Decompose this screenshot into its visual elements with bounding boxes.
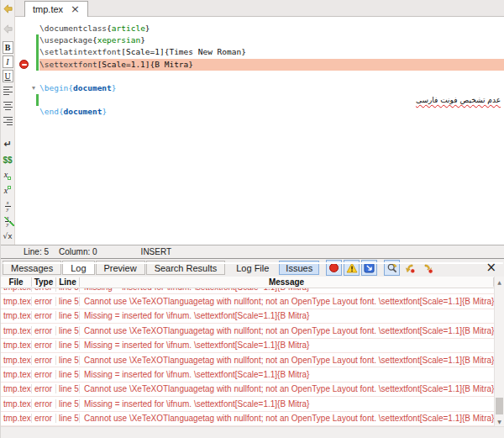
cell-message: Missing = inserted for \ifnum. \settextf… <box>80 399 494 409</box>
frac-button[interactable]: xy <box>2 199 14 213</box>
line-gutter <box>15 23 39 34</box>
log-table: File Type Line Message tmp.tex error lin… <box>1 277 504 426</box>
align-center-icon <box>3 102 13 110</box>
code-text: \begin{document} <box>39 82 504 94</box>
log-panel-tab-bar: Messages Log Preview Search Results Log … <box>1 258 504 277</box>
frac-icon: xy <box>5 201 11 212</box>
show-errors-toggle[interactable] <box>326 260 342 276</box>
code-line[interactable]: \setlatintextfont[Scale=1]{Times New Rom… <box>15 46 504 58</box>
cell-file: tmp.tex <box>1 414 32 423</box>
dfrac-button[interactable]: xy <box>2 214 14 228</box>
cell-file: tmp.tex <box>1 370 32 379</box>
code-line[interactable]: \settextfont[Scale=1.1]{B Mitra} <box>15 59 504 71</box>
tab-title: tmp.tex <box>33 4 63 14</box>
code-text: عدم تشخیص فونت فارسی <box>39 94 504 106</box>
log-error-row[interactable]: tmp.tex error line 5 Missing = inserted … <box>1 339 494 353</box>
subscript-button[interactable]: x <box>2 168 14 182</box>
fold-arrow-icon[interactable]: ▾ <box>32 82 35 94</box>
cell-type: error <box>32 326 56 335</box>
cell-line: line 5 <box>56 399 80 409</box>
code-text: \settextfont[Scale=1.1]{B Mitra} <box>39 59 504 71</box>
change-bar <box>36 34 39 46</box>
cell-file: tmp.tex <box>1 399 32 409</box>
log-error-row[interactable]: tmp.tex error line 5 Cannot use \XeTeXOT… <box>1 324 494 338</box>
sqrt-button[interactable]: √x <box>2 230 14 243</box>
scroll-thumb[interactable] <box>496 398 503 414</box>
log-error-row[interactable]: tmp.tex error line 5 Cannot use \XeTeXOT… <box>1 353 494 367</box>
gold-left-arrow-icon <box>3 3 13 14</box>
cell-line: line 5 <box>56 311 80 320</box>
header-type: Type <box>32 277 56 287</box>
cell-message: Missing = inserted for \ifnum. \settextf… <box>80 370 494 379</box>
log-error-row[interactable]: tmp.tex error line 5 Missing = inserted … <box>1 288 494 294</box>
log-scrollbar[interactable]: ▲ ▼ <box>494 277 504 426</box>
change-bar <box>36 46 39 58</box>
cell-type: error <box>32 399 56 409</box>
line-gutter <box>15 94 39 106</box>
line-gutter <box>15 106 39 118</box>
align-right-button[interactable] <box>2 114 14 128</box>
code-editor[interactable]: \documentclass{article}\usepackage{xeper… <box>15 17 504 245</box>
cell-message: Missing = inserted for \ifnum. \settextf… <box>80 340 494 350</box>
log-error-row[interactable]: tmp.tex error line 5 Cannot use \XeTeXOT… <box>1 294 494 309</box>
cell-file: tmp.tex <box>1 340 32 350</box>
inline-math-button[interactable]: $$ <box>2 153 14 166</box>
cell-line: line 5 <box>56 326 80 335</box>
align-center-button[interactable] <box>2 99 14 113</box>
editor-tab-bar: tmp.tex × <box>15 0 504 17</box>
cell-type: error <box>32 311 56 320</box>
cell-type: error <box>32 370 56 379</box>
back-arrow-icon[interactable] <box>2 2 14 15</box>
change-bar <box>36 94 39 106</box>
left-format-toolbar: B I U ↵ $$ x x xy xy √x <box>1 0 15 245</box>
code-line[interactable]: \usepackage{xepersian} <box>15 34 504 46</box>
code-text <box>39 71 504 82</box>
header-file: File <box>1 277 32 287</box>
newline-button[interactable]: ↵ <box>2 137 14 150</box>
cell-file: tmp.tex <box>1 311 32 320</box>
line-gutter <box>15 46 39 58</box>
cell-message: Missing = inserted for \ifnum. \settextf… <box>80 311 494 320</box>
cell-file: tmp.tex <box>1 356 32 365</box>
log-error-row[interactable]: tmp.tex error line 5 Missing = inserted … <box>1 397 494 411</box>
cell-type: error <box>32 340 56 350</box>
cell-type: error <box>32 297 56 306</box>
align-left-button[interactable] <box>2 84 14 98</box>
cell-file: tmp.tex <box>1 288 32 292</box>
line-gutter <box>15 71 39 82</box>
log-error-row[interactable]: tmp.tex error line 5 Missing = inserted … <box>1 309 494 324</box>
error-stop-icon <box>19 60 29 69</box>
log-error-row[interactable]: tmp.tex error line 5 Missing = inserted … <box>1 367 494 382</box>
cell-type: error <box>32 384 56 393</box>
scroll-down-icon[interactable]: ▼ <box>495 416 504 426</box>
scroll-up-icon[interactable]: ▲ <box>495 277 504 287</box>
scroll-track[interactable] <box>495 287 504 416</box>
status-column: Column: 0 <box>59 247 97 256</box>
log-rows: tmp.tex error line 5 Missing = inserted … <box>1 288 494 426</box>
cell-line: line 5 <box>56 288 80 292</box>
code-text: \setlatintextfont[Scale=1]{Times New Rom… <box>39 46 504 58</box>
status-insert-mode: INSERT <box>141 247 172 256</box>
code-line[interactable] <box>15 71 504 82</box>
underline-button[interactable]: U <box>3 70 13 82</box>
status-line: Line: 5 <box>24 247 49 256</box>
code-line[interactable]: \end{document} <box>15 106 504 118</box>
log-panel-close-icon[interactable]: × <box>486 261 496 273</box>
italic-button[interactable]: I <box>3 55 13 68</box>
align-left-icon <box>3 87 13 95</box>
cell-line: line 5 <box>56 356 80 365</box>
tab-tmp-tex[interactable]: tmp.tex × <box>24 1 88 17</box>
superscript-button[interactable]: x <box>2 183 14 197</box>
cell-line: line 5 <box>56 384 80 393</box>
bold-button[interactable]: B <box>3 41 13 54</box>
log-table-header: File Type Line Message <box>1 277 494 288</box>
back-arrow-disabled-icon[interactable] <box>2 22 14 35</box>
code-line[interactable]: \documentclass{article} <box>15 23 504 34</box>
code-line[interactable]: ▾\begin{document} <box>15 82 504 94</box>
tab-close-icon[interactable]: × <box>71 5 80 13</box>
cell-type: error <box>32 356 56 365</box>
log-error-row[interactable]: tmp.tex error line 5 Cannot use \XeTeXOT… <box>1 412 494 426</box>
line-gutter <box>15 59 39 71</box>
code-line[interactable]: عدم تشخیص فونت فارسی <box>15 94 504 106</box>
log-error-row[interactable]: tmp.tex error line 5 Cannot use \XeTeXOT… <box>1 383 494 397</box>
